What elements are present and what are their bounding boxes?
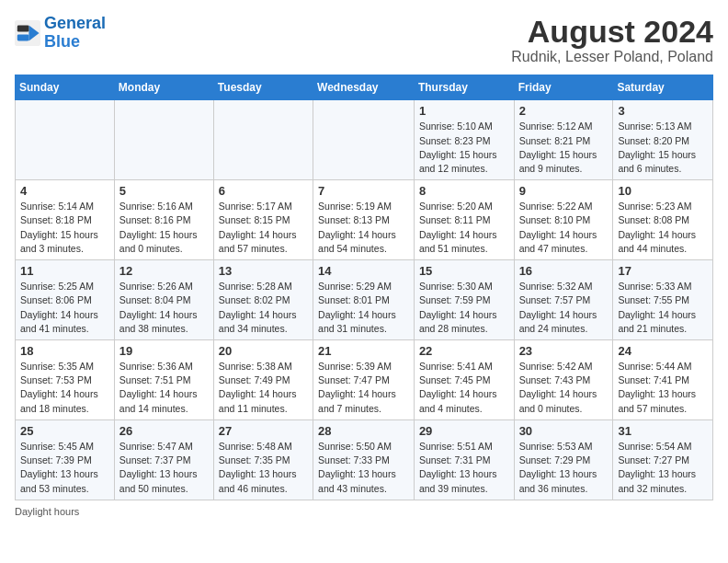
calendar-cell: 18Sunrise: 5:35 AMSunset: 7:53 PMDayligh…: [16, 340, 115, 420]
svg-rect-2: [17, 25, 29, 31]
day-info: Sunrise: 5:17 AMSunset: 8:15 PMDaylight:…: [219, 200, 308, 256]
day-info: Sunrise: 5:44 AMSunset: 7:41 PMDaylight:…: [618, 360, 708, 416]
day-number: 11: [20, 264, 109, 278]
day-number: 21: [318, 344, 409, 358]
day-info: Sunrise: 5:10 AMSunset: 8:23 PMDaylight:…: [419, 120, 509, 176]
calendar-cell: 3Sunrise: 5:13 AMSunset: 8:20 PMDaylight…: [613, 100, 713, 180]
calendar-cell: 22Sunrise: 5:41 AMSunset: 7:45 PMDayligh…: [414, 340, 514, 420]
day-number: 29: [419, 424, 509, 438]
day-info: Sunrise: 5:13 AMSunset: 8:20 PMDaylight:…: [618, 120, 708, 176]
day-number: 5: [119, 184, 209, 198]
logo: General Blue: [15, 15, 106, 52]
day-info: Sunrise: 5:54 AMSunset: 7:27 PMDaylight:…: [618, 440, 708, 496]
day-number: 25: [20, 424, 109, 438]
day-info: Sunrise: 5:14 AMSunset: 8:18 PMDaylight:…: [20, 200, 109, 256]
week-row-1: 1Sunrise: 5:10 AMSunset: 8:23 PMDaylight…: [16, 100, 713, 180]
day-number: 19: [119, 344, 209, 358]
day-info: Sunrise: 5:19 AMSunset: 8:13 PMDaylight:…: [318, 200, 409, 256]
day-number: 1: [419, 104, 509, 118]
day-number: 12: [119, 264, 209, 278]
day-info: Sunrise: 5:16 AMSunset: 8:16 PMDaylight:…: [119, 200, 209, 256]
svg-rect-3: [17, 34, 29, 40]
day-info: Sunrise: 5:35 AMSunset: 7:53 PMDaylight:…: [20, 360, 109, 416]
day-info: Sunrise: 5:41 AMSunset: 7:45 PMDaylight:…: [419, 360, 509, 416]
day-number: 24: [618, 344, 708, 358]
calendar-cell: [213, 100, 313, 180]
day-number: 10: [618, 184, 708, 198]
calendar-cell: 6Sunrise: 5:17 AMSunset: 8:15 PMDaylight…: [213, 180, 313, 260]
calendar-cell: 13Sunrise: 5:28 AMSunset: 8:02 PMDayligh…: [213, 260, 313, 340]
calendar-cell: 21Sunrise: 5:39 AMSunset: 7:47 PMDayligh…: [313, 340, 415, 420]
page-header: General Blue August 2024 Rudnik, Lesser …: [15, 15, 713, 65]
day-info: Sunrise: 5:25 AMSunset: 8:06 PMDaylight:…: [20, 280, 109, 336]
calendar-cell: 20Sunrise: 5:38 AMSunset: 7:49 PMDayligh…: [213, 340, 313, 420]
day-info: Sunrise: 5:28 AMSunset: 8:02 PMDaylight:…: [219, 280, 308, 336]
col-header-monday: Monday: [114, 75, 213, 100]
calendar-cell: 24Sunrise: 5:44 AMSunset: 7:41 PMDayligh…: [613, 340, 713, 420]
header-row: SundayMondayTuesdayWednesdayThursdayFrid…: [16, 75, 713, 100]
calendar-table: SundayMondayTuesdayWednesdayThursdayFrid…: [15, 75, 713, 500]
day-info: Sunrise: 5:48 AMSunset: 7:35 PMDaylight:…: [219, 440, 308, 496]
col-header-saturday: Saturday: [613, 75, 713, 100]
calendar-cell: 5Sunrise: 5:16 AMSunset: 8:16 PMDaylight…: [114, 180, 213, 260]
day-number: 26: [119, 424, 209, 438]
day-number: 2: [519, 104, 609, 118]
calendar-cell: 9Sunrise: 5:22 AMSunset: 8:10 PMDaylight…: [514, 180, 613, 260]
calendar-cell: 30Sunrise: 5:53 AMSunset: 7:29 PMDayligh…: [514, 419, 613, 500]
day-info: Sunrise: 5:50 AMSunset: 7:33 PMDaylight:…: [318, 440, 409, 496]
calendar-cell: 28Sunrise: 5:50 AMSunset: 7:33 PMDayligh…: [313, 419, 415, 500]
col-header-sunday: Sunday: [16, 75, 115, 100]
day-number: 6: [219, 184, 308, 198]
day-info: Sunrise: 5:33 AMSunset: 7:55 PMDaylight:…: [618, 280, 708, 336]
location: Rudnik, Lesser Poland, Poland: [511, 49, 713, 65]
calendar-cell: 10Sunrise: 5:23 AMSunset: 8:08 PMDayligh…: [613, 180, 713, 260]
calendar-cell: 27Sunrise: 5:48 AMSunset: 7:35 PMDayligh…: [213, 419, 313, 500]
day-number: 14: [318, 264, 409, 278]
day-number: 23: [519, 344, 609, 358]
day-info: Sunrise: 5:26 AMSunset: 8:04 PMDaylight:…: [119, 280, 209, 336]
day-number: 30: [519, 424, 609, 438]
calendar-cell: 29Sunrise: 5:51 AMSunset: 7:31 PMDayligh…: [414, 419, 514, 500]
day-info: Sunrise: 5:51 AMSunset: 7:31 PMDaylight:…: [419, 440, 509, 496]
calendar-cell: 2Sunrise: 5:12 AMSunset: 8:21 PMDaylight…: [514, 100, 613, 180]
month-year: August 2024: [511, 15, 713, 49]
day-info: Sunrise: 5:30 AMSunset: 7:59 PMDaylight:…: [419, 280, 509, 336]
footer-note: Daylight hours: [15, 506, 713, 517]
calendar-cell: [16, 100, 115, 180]
day-info: Sunrise: 5:38 AMSunset: 7:49 PMDaylight:…: [219, 360, 308, 416]
calendar-cell: 12Sunrise: 5:26 AMSunset: 8:04 PMDayligh…: [114, 260, 213, 340]
col-header-friday: Friday: [514, 75, 613, 100]
day-number: 8: [419, 184, 509, 198]
daylight-label: Daylight hours: [15, 506, 79, 517]
day-info: Sunrise: 5:12 AMSunset: 8:21 PMDaylight:…: [519, 120, 609, 176]
calendar-cell: 19Sunrise: 5:36 AMSunset: 7:51 PMDayligh…: [114, 340, 213, 420]
week-row-5: 25Sunrise: 5:45 AMSunset: 7:39 PMDayligh…: [16, 419, 713, 500]
day-info: Sunrise: 5:39 AMSunset: 7:47 PMDaylight:…: [318, 360, 409, 416]
title-area: August 2024 Rudnik, Lesser Poland, Polan…: [511, 15, 713, 65]
day-number: 7: [318, 184, 409, 198]
col-header-wednesday: Wednesday: [313, 75, 415, 100]
calendar-cell: 1Sunrise: 5:10 AMSunset: 8:23 PMDaylight…: [414, 100, 514, 180]
week-row-4: 18Sunrise: 5:35 AMSunset: 7:53 PMDayligh…: [16, 340, 713, 420]
day-number: 4: [20, 184, 109, 198]
day-info: Sunrise: 5:22 AMSunset: 8:10 PMDaylight:…: [519, 200, 609, 256]
day-number: 20: [219, 344, 308, 358]
calendar-cell: 14Sunrise: 5:29 AMSunset: 8:01 PMDayligh…: [313, 260, 415, 340]
calendar-cell: 25Sunrise: 5:45 AMSunset: 7:39 PMDayligh…: [16, 419, 115, 500]
calendar-cell: 17Sunrise: 5:33 AMSunset: 7:55 PMDayligh…: [613, 260, 713, 340]
calendar-cell: 11Sunrise: 5:25 AMSunset: 8:06 PMDayligh…: [16, 260, 115, 340]
calendar-cell: [313, 100, 415, 180]
calendar-cell: 4Sunrise: 5:14 AMSunset: 8:18 PMDaylight…: [16, 180, 115, 260]
day-info: Sunrise: 5:53 AMSunset: 7:29 PMDaylight:…: [519, 440, 609, 496]
calendar-cell: 31Sunrise: 5:54 AMSunset: 7:27 PMDayligh…: [613, 419, 713, 500]
day-info: Sunrise: 5:29 AMSunset: 8:01 PMDaylight:…: [318, 280, 409, 336]
calendar-cell: 7Sunrise: 5:19 AMSunset: 8:13 PMDaylight…: [313, 180, 415, 260]
day-number: 16: [519, 264, 609, 278]
calendar-cell: 8Sunrise: 5:20 AMSunset: 8:11 PMDaylight…: [414, 180, 514, 260]
day-number: 28: [318, 424, 409, 438]
day-info: Sunrise: 5:45 AMSunset: 7:39 PMDaylight:…: [20, 440, 109, 496]
day-info: Sunrise: 5:32 AMSunset: 7:57 PMDaylight:…: [519, 280, 609, 336]
day-number: 18: [20, 344, 109, 358]
day-number: 15: [419, 264, 509, 278]
day-info: Sunrise: 5:42 AMSunset: 7:43 PMDaylight:…: [519, 360, 609, 416]
